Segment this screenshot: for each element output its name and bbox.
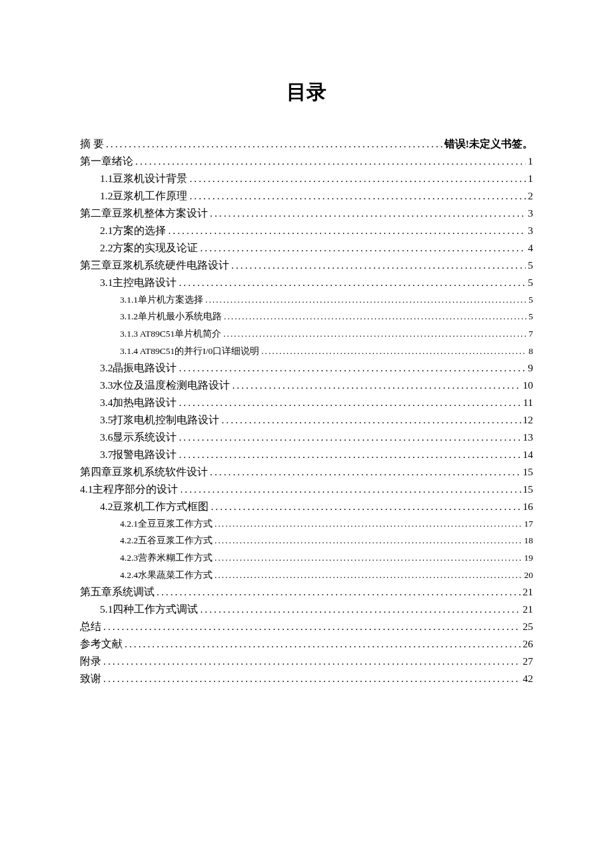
toc-entry: 4.2豆浆机工作方式框图16 — [100, 498, 533, 515]
toc-leader-dots — [232, 377, 520, 394]
toc-entry: 3.1.2单片机最小系统电路5 — [120, 308, 533, 325]
toc-entry-title: 4.1主程序部分的设计 — [80, 481, 178, 498]
toc-entry-title: 2.1方案的选择 — [100, 222, 166, 239]
toc-entry-title: 5.1四种工作方式调试 — [100, 601, 198, 618]
toc-entry-page: 21 — [523, 601, 534, 618]
toc-entry: 4.1主程序部分的设计15 — [80, 481, 533, 498]
toc-entry: 3.4加热电路设计11 — [100, 394, 533, 411]
toc-entry: 摘 要错误!未定义书签。 — [80, 135, 533, 153]
toc-entry: 3.6显示系统设计13 — [100, 429, 533, 446]
toc-entry-page: 7 — [528, 325, 533, 343]
page-title: 目录 — [80, 79, 533, 106]
toc-entry-page: 19 — [524, 549, 534, 567]
toc-entry-page: 26 — [523, 635, 534, 653]
toc-entry-title: 第五章系统调试 — [80, 583, 155, 601]
toc-entry-page: 11 — [523, 394, 533, 411]
toc-entry-title: 3.1.3 AT89C51单片机简介 — [120, 325, 221, 343]
toc-leader-dots — [180, 481, 520, 498]
toc-entry-page: 16 — [523, 498, 534, 515]
toc-entry-page: 27 — [523, 653, 534, 670]
toc-leader-dots — [200, 239, 526, 257]
toc-entry-page: 5 — [528, 274, 533, 291]
toc-entry-title: 1.2豆浆机工作原理 — [100, 187, 187, 205]
toc-leader-dots — [106, 135, 442, 153]
toc-leader-dots — [103, 653, 521, 670]
toc-leader-dots — [179, 446, 520, 463]
toc-entry-title: 3.6显示系统设计 — [100, 429, 177, 446]
toc-leader-dots — [215, 549, 522, 567]
toc-entry-title: 3.1.2单片机最小系统电路 — [120, 308, 222, 325]
toc-leader-dots — [223, 325, 526, 343]
toc-leader-dots — [210, 205, 526, 222]
toc-entry-title: 3.7报警电路设计 — [100, 446, 177, 463]
table-of-contents: 摘 要错误!未定义书签。第一章绪论11.1豆浆机设计背景11.2豆浆机工作原理2… — [80, 135, 533, 687]
toc-entry-title: 3.1.4 AT89C51的并行I/0口详细说明 — [120, 343, 259, 360]
toc-entry-title: 第一章绪论 — [80, 153, 133, 170]
toc-leader-dots — [125, 635, 521, 653]
toc-leader-dots — [189, 187, 526, 205]
toc-leader-dots — [221, 411, 520, 429]
toc-entry: 致谢42 — [80, 670, 533, 687]
toc-leader-dots — [205, 291, 526, 309]
toc-entry-title: 4.2.1全豆豆浆工作方式 — [120, 515, 213, 533]
toc-entry-title: 3.1.1单片机方案选择 — [120, 291, 203, 309]
toc-leader-dots — [261, 343, 526, 360]
toc-entry-page: 5 — [528, 291, 533, 309]
toc-entry-page: 15 — [523, 463, 534, 481]
document-page: 目录 摘 要错误!未定义书签。第一章绪论11.1豆浆机设计背景11.2豆浆机工作… — [0, 0, 613, 727]
toc-entry-title: 1.1豆浆机设计背景 — [100, 170, 187, 187]
toc-entry: 3.1主控电路设计5 — [100, 274, 533, 291]
toc-entry: 3.7报警电路设计14 — [100, 446, 533, 463]
toc-entry-title: 4.2.3营养米糊工作方式 — [120, 549, 213, 567]
toc-entry-title: 2.2方案的实现及论证 — [100, 239, 198, 257]
toc-entry-title: 3.4加热电路设计 — [100, 394, 177, 411]
toc-entry-page: 14 — [523, 446, 534, 463]
toc-leader-dots — [157, 583, 521, 601]
toc-entry-title: 摘 要 — [80, 135, 104, 153]
toc-entry-page: 9 — [528, 359, 533, 377]
toc-entry: 3.1.1单片机方案选择5 — [120, 291, 533, 309]
toc-entry-page: 42 — [523, 670, 534, 687]
toc-entry: 参考文献26 — [80, 635, 533, 653]
toc-entry: 3.3水位及温度检测电路设计10 — [100, 377, 533, 394]
toc-entry-title: 参考文献 — [80, 635, 123, 653]
toc-leader-dots — [224, 308, 526, 325]
toc-entry-page: 错误!未定义书签。 — [444, 135, 533, 153]
toc-leader-dots — [179, 359, 526, 377]
toc-leader-dots — [189, 170, 526, 187]
toc-entry-title: 第四章豆浆机系统软件设计 — [80, 463, 208, 481]
toc-entry-title: 3.2晶振电路设计 — [100, 359, 177, 377]
toc-entry-title: 附录 — [80, 653, 101, 670]
toc-leader-dots — [168, 222, 526, 239]
toc-entry: 4.2.4水果蔬菜工作方式20 — [120, 567, 533, 584]
toc-entry-page: 3 — [528, 222, 533, 239]
toc-entry: 5.1四种工作方式调试21 — [100, 601, 533, 618]
toc-entry-page: 12 — [523, 411, 534, 429]
toc-leader-dots — [135, 153, 526, 170]
toc-entry-page: 15 — [523, 481, 534, 498]
toc-entry-page: 18 — [524, 532, 534, 549]
toc-entry-page: 20 — [524, 567, 534, 584]
toc-entry: 3.2晶振电路设计9 — [100, 359, 533, 377]
toc-entry: 4.2.3营养米糊工作方式19 — [120, 549, 533, 567]
toc-entry-page: 5 — [528, 308, 533, 325]
toc-entry-title: 第二章豆浆机整体方案设计 — [80, 205, 208, 222]
toc-leader-dots — [231, 257, 526, 274]
toc-entry-title: 4.2豆浆机工作方式框图 — [100, 498, 209, 515]
toc-entry-page: 2 — [528, 187, 533, 205]
toc-entry-page: 8 — [528, 343, 533, 360]
toc-entry-page: 10 — [523, 377, 534, 394]
toc-entry: 附录27 — [80, 653, 533, 670]
toc-entry: 4.2.2五谷豆浆工作方式18 — [120, 532, 533, 549]
toc-entry-page: 1 — [528, 153, 533, 170]
toc-entry-page: 3 — [528, 205, 533, 222]
toc-entry: 第三章豆浆机系统硬件电路设计5 — [80, 257, 533, 274]
toc-entry-title: 3.5打浆电机控制电路设计 — [100, 411, 219, 429]
toc-entry: 第四章豆浆机系统软件设计15 — [80, 463, 533, 481]
toc-entry: 2.1方案的选择3 — [100, 222, 533, 239]
toc-leader-dots — [215, 532, 522, 549]
toc-entry-title: 总结 — [80, 618, 101, 635]
toc-entry: 4.2.1全豆豆浆工作方式17 — [120, 515, 533, 533]
toc-entry: 第一章绪论1 — [80, 153, 533, 170]
toc-entry-page: 1 — [528, 170, 533, 187]
